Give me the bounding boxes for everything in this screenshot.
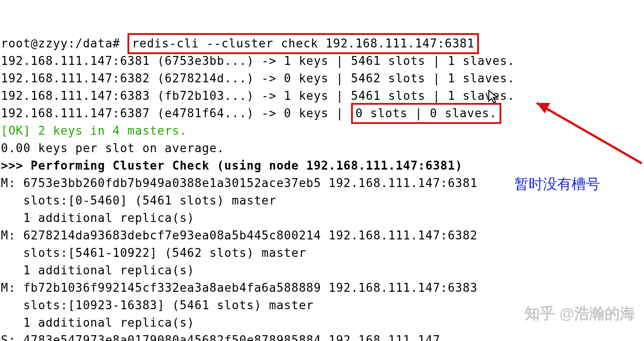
partial-top-line: root@zzyy:/data# <box>1 0 120 1</box>
ok-tag: [OK] <box>1 124 31 137</box>
terminal-output: root@zzyy:/data# root@zzyy:/data# redis-… <box>0 0 644 341</box>
m3-l1: M: fb72b1036f992145cf332ea3a8aeb4fa6a588… <box>1 281 478 294</box>
node-line-2: 192.168.111.147:6382 (6278214d...) -> 0 … <box>1 72 515 85</box>
m3-l2: slots:[10923-16383] (5461 slots) master <box>1 298 314 312</box>
ok-rest: 2 keys in 4 masters. <box>31 124 187 137</box>
command-text: redis-cli --cluster check 192.168.111.14… <box>132 37 475 50</box>
node-line-3: 192.168.111.147:6383 (fb72b103...) -> 1 … <box>1 89 515 102</box>
avg-line: 0.00 keys per slot on average. <box>1 141 225 155</box>
m1-l3: 1 additional replica(s) <box>1 211 195 225</box>
check-header: >>> Performing Cluster Check (using node… <box>1 159 463 172</box>
m2-l2: slots:[5461-10922] (5462 slots) master <box>1 246 306 260</box>
command-highlight-box: redis-cli --cluster check 192.168.111.14… <box>127 33 479 54</box>
m1-l1: M: 6753e3bb260fdb7b949a0388e1a30152ace37… <box>1 176 478 190</box>
m3-l3: 1 additional replica(s) <box>1 316 195 329</box>
m2-l1: M: 6278214da93683debcf7e93ea08a5b445c800… <box>1 229 478 242</box>
empty-slots-highlight-box: 0 slots | 0 slaves. <box>351 103 501 124</box>
m1-l2: slots:[0-5460] (5461 slots) master <box>1 194 276 207</box>
slave-line: S: 4783e547973e8a0179080a45682f50e878985… <box>1 333 441 341</box>
node-line-1: 192.168.111.147:6381 (6753e3bb...) -> 1 … <box>1 54 515 68</box>
m2-l3: 1 additional replica(s) <box>1 264 195 277</box>
prompt: root@zzyy:/data# <box>1 37 127 50</box>
annotation-label: 暂时没有槽号 <box>514 175 600 194</box>
node-line-4-box: 0 slots | 0 slaves. <box>356 107 497 120</box>
node-line-4-prefix: 192.168.111.147:6387 (e4781f64...) -> 0 … <box>1 107 351 120</box>
watermark: 知乎 @浩瀚的海 <box>525 303 635 324</box>
